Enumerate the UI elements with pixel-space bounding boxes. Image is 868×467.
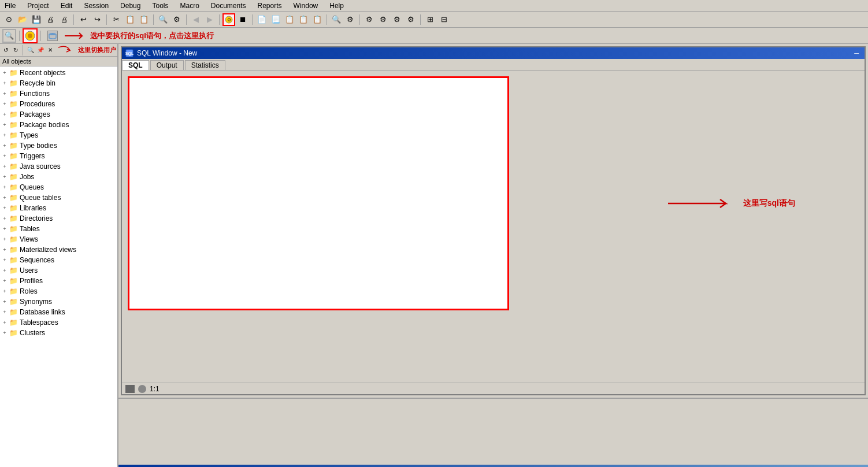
tab-sql[interactable]: SQL xyxy=(122,60,149,70)
tab-output[interactable]: Output xyxy=(150,60,184,70)
tree-item-tables[interactable]: + 📁 Tables xyxy=(0,224,117,234)
tree-item-triggers[interactable]: + 📁 Triggers xyxy=(0,151,117,161)
rollback-button[interactable]: ⚙ xyxy=(377,13,390,26)
expander-libraries[interactable]: + xyxy=(1,205,8,212)
expander-types[interactable]: + xyxy=(1,132,8,139)
menu-reports[interactable]: Reports xyxy=(255,1,284,10)
tree-item-libraries[interactable]: + 📁 Libraries xyxy=(0,203,117,213)
tree-item-sequences[interactable]: + 📁 Sequences xyxy=(0,255,117,265)
commit-button[interactable]: ⚙ xyxy=(363,13,376,26)
schema-execute-button[interactable] xyxy=(23,28,38,43)
tree-item-type-bodies[interactable]: + 📁 Type bodies xyxy=(0,140,117,151)
tree-item-synonyms[interactable]: + 📁 Synonyms xyxy=(0,296,117,307)
connect-button[interactable]: ⚙ xyxy=(391,13,403,26)
menu-edit[interactable]: Edit xyxy=(58,1,75,10)
expander-tablespaces[interactable]: + xyxy=(1,319,8,326)
menu-tools[interactable]: Tools xyxy=(150,1,170,10)
expander-sequences[interactable]: + xyxy=(1,257,8,264)
menu-window[interactable]: Window xyxy=(291,1,321,10)
close-left-button[interactable]: ✕ xyxy=(46,45,55,55)
tree-item-mat-views[interactable]: + 📁 Materialized views xyxy=(0,244,117,255)
tree-item-recent-objects[interactable]: + 📁 Recent objects xyxy=(0,68,117,78)
save-button[interactable]: 💾 xyxy=(30,13,43,26)
tree-item-clusters[interactable]: + 📁 Clusters xyxy=(0,328,117,338)
tree-item-packages[interactable]: + 📁 Packages xyxy=(0,109,117,120)
describe-button[interactable]: 📃 xyxy=(269,13,282,26)
pin-button[interactable]: 📌 xyxy=(36,45,45,55)
autotrace-button[interactable]: 📋 xyxy=(311,13,324,26)
expander-db-links[interactable]: + xyxy=(1,309,8,316)
tree-item-views[interactable]: + 📁 Views xyxy=(0,234,117,244)
fwd-button[interactable]: ▶ xyxy=(203,13,216,26)
refresh-button[interactable]: ↺ xyxy=(1,45,10,55)
expander-roles[interactable]: + xyxy=(1,288,8,295)
paste-button[interactable]: 📋 xyxy=(138,13,150,26)
expander-triggers[interactable]: + xyxy=(1,153,8,160)
expander-functions[interactable]: + xyxy=(1,90,8,97)
expander-queue-tables[interactable]: + xyxy=(1,194,8,201)
expander-directories[interactable]: + xyxy=(1,215,8,222)
copy-button[interactable]: 📋 xyxy=(124,13,136,26)
tab-statistics[interactable]: Statistics xyxy=(185,60,225,70)
refresh2-button[interactable]: ↻ xyxy=(11,45,20,55)
explain-button[interactable]: 📄 xyxy=(255,13,268,26)
tree-item-java-sources[interactable]: + 📁 Java sources xyxy=(0,161,117,172)
minimize-button[interactable]: ─ xyxy=(852,50,861,57)
tree-item-users[interactable]: + 📁 Users xyxy=(0,265,117,276)
tree-item-jobs[interactable]: + 📁 Jobs xyxy=(0,172,117,182)
sql-textarea[interactable] xyxy=(129,78,507,309)
expander-packages[interactable]: + xyxy=(1,111,8,118)
expander-clusters[interactable]: + xyxy=(1,329,8,336)
tree-item-db-links[interactable]: + 📁 Database links xyxy=(0,307,117,317)
menu-session[interactable]: Session xyxy=(81,1,111,10)
cut-button[interactable]: ✂ xyxy=(110,13,123,26)
undo-button[interactable]: ↩ xyxy=(77,13,90,26)
tree-item-queues[interactable]: + 📁 Queues xyxy=(0,182,117,192)
grid2-button[interactable]: ⊟ xyxy=(437,13,450,26)
menu-file[interactable]: File xyxy=(2,1,18,10)
tree-item-package-bodies[interactable]: + 📁 Package bodies xyxy=(0,120,117,130)
tree-item-tablespaces[interactable]: + 📁 Tablespaces xyxy=(0,317,117,328)
expander-queues[interactable]: + xyxy=(1,184,8,191)
print2-button[interactable]: 🖨 xyxy=(58,13,71,26)
execute-button[interactable]: ⚙ xyxy=(222,13,235,26)
expander-type-bodies[interactable]: + xyxy=(1,142,8,149)
expander-recycle[interactable]: + xyxy=(1,80,8,87)
tree-item-procedures[interactable]: + 📁 Procedures xyxy=(0,99,117,109)
tree-item-directories[interactable]: + 📁 Directories xyxy=(0,213,117,224)
menu-project[interactable]: Project xyxy=(25,1,51,10)
expander-pkg-bodies[interactable]: + xyxy=(1,121,8,128)
menu-debug[interactable]: Debug xyxy=(118,1,143,10)
history-button[interactable]: 📋 xyxy=(297,13,310,26)
expander-synonyms[interactable]: + xyxy=(1,298,8,305)
menu-documents[interactable]: Documents xyxy=(209,1,248,10)
expander-profiles[interactable]: + xyxy=(1,277,8,284)
expander-users[interactable]: + xyxy=(1,267,8,274)
expander-mat-views[interactable]: + xyxy=(1,246,8,253)
menu-help[interactable]: Help xyxy=(327,1,346,10)
find2-button[interactable]: ⚙ xyxy=(170,13,183,26)
find-button[interactable]: 🔍 xyxy=(157,13,169,26)
redo-button[interactable]: ↪ xyxy=(91,13,103,26)
tree-item-recycle-bin[interactable]: + 📁 Recycle bin xyxy=(0,78,117,88)
tree-item-profiles[interactable]: + 📁 Profiles xyxy=(0,276,117,286)
expander-recent[interactable]: + xyxy=(1,69,8,76)
back-button[interactable]: ◀ xyxy=(190,13,202,26)
sql-editor[interactable] xyxy=(128,76,509,310)
expander-java[interactable]: + xyxy=(1,163,8,170)
tree-item-queue-tables[interactable]: + 📁 Queue tables xyxy=(0,192,117,203)
expander-views[interactable]: + xyxy=(1,236,8,243)
open-button[interactable]: 📂 xyxy=(16,13,29,26)
print-button[interactable]: 🖨 xyxy=(44,13,57,26)
gear3-button[interactable]: ⚙ xyxy=(344,13,357,26)
disconnect-button[interactable]: ⚙ xyxy=(405,13,417,26)
expander-procedures[interactable]: + xyxy=(1,101,8,108)
tree-item-types[interactable]: + 📁 Types xyxy=(0,130,117,140)
search-left-button[interactable]: 🔍 xyxy=(26,45,35,55)
new-button[interactable]: ⊙ xyxy=(2,13,15,26)
grid1-button[interactable]: ⊞ xyxy=(424,13,436,26)
expander-tables[interactable]: + xyxy=(1,225,8,232)
expander-jobs[interactable]: + xyxy=(1,173,8,180)
tree-item-functions[interactable]: + 📁 Functions xyxy=(0,88,117,99)
menu-macro[interactable]: Macro xyxy=(177,1,201,10)
